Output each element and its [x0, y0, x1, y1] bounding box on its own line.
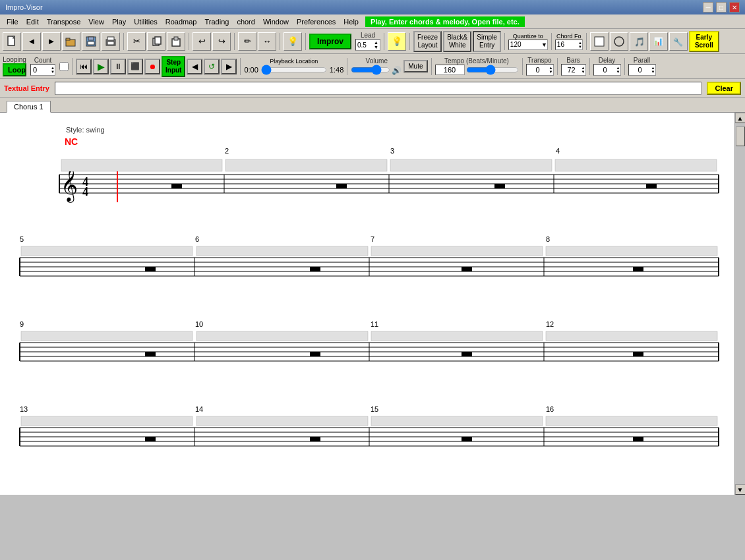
cut-button[interactable]: ✂ [127, 32, 146, 51]
count-down[interactable]: ▼ [51, 70, 55, 74]
svg-rect-4 [88, 37, 94, 40]
tab-chorus1[interactable]: Chorus 1 [7, 101, 51, 113]
menu-utilities[interactable]: Utilities [130, 16, 161, 27]
svg-rect-40 [555, 159, 717, 171]
menu-help[interactable]: Help [340, 16, 363, 27]
svg-rect-58 [546, 246, 717, 256]
se-label2: Entry [477, 42, 497, 49]
menu-preferences[interactable]: Preferences [293, 16, 340, 27]
play-button[interactable]: ▶ [93, 59, 109, 74]
loop-checkbox[interactable] [59, 62, 69, 71]
minimize-button[interactable]: ─ [703, 2, 713, 13]
score-container[interactable]: Style: swing NC 2 3 4 [0, 113, 734, 495]
edit-pencil-button[interactable]: ✏ [238, 32, 256, 51]
arrow-button[interactable]: ↔ [258, 32, 276, 51]
save-button[interactable] [82, 32, 100, 51]
step-input-button[interactable]: Step Input [162, 56, 185, 77]
loop-button[interactable]: Loop [3, 63, 26, 76]
step-loop-button[interactable]: ↺ [204, 59, 220, 74]
menu-play[interactable]: Play [108, 16, 130, 27]
svg-rect-30 [494, 184, 505, 188]
early-scroll-label2: Scroll [693, 42, 715, 49]
next-button[interactable]: ► [42, 32, 61, 51]
print-button[interactable] [102, 32, 120, 51]
titlebar-title: Impro-Visor [5, 3, 43, 11]
sep10 [586, 33, 587, 50]
copy-button[interactable] [147, 32, 165, 51]
black-white-button[interactable]: Black& White [443, 31, 471, 52]
time-start: 0:00 [244, 66, 258, 74]
lightbulb-button[interactable]: 💡 [283, 32, 302, 51]
scroll-up-arrow[interactable]: ▲ [735, 113, 746, 123]
redo-button[interactable]: ↪ [212, 32, 231, 51]
mute-button[interactable]: Mute [403, 60, 427, 72]
close-button[interactable]: ✕ [729, 2, 740, 13]
svg-rect-28 [171, 184, 182, 188]
scroll-down-arrow[interactable]: ▼ [735, 484, 746, 495]
svg-rect-83 [310, 437, 320, 441]
toolbar-btn-b[interactable] [610, 32, 628, 51]
step-back-button[interactable]: ◀ [187, 59, 202, 74]
sep9 [551, 33, 552, 50]
count-value: 0 [31, 66, 51, 74]
bars-down[interactable]: ▼ [581, 70, 585, 74]
playback-slider[interactable] [261, 65, 327, 75]
measure-num-14: 14 [195, 405, 371, 413]
menu-window[interactable]: Window [259, 16, 293, 27]
paste-button[interactable] [167, 32, 185, 51]
rewind-button[interactable]: ⏮ [76, 59, 92, 74]
sep12 [240, 58, 241, 75]
staff-row-4: 13 14 15 16 [13, 405, 721, 457]
pause-button[interactable]: ⏸ [110, 59, 126, 74]
tempo-slider[interactable] [466, 65, 519, 74]
record-button[interactable]: ⏺ [144, 59, 160, 74]
measure-num-9: 9 [20, 320, 195, 328]
delay-down[interactable]: ▼ [616, 70, 620, 74]
parallel-value: 0 [629, 66, 651, 74]
prev-button[interactable]: ◄ [22, 32, 41, 51]
improv-button[interactable]: Improv [309, 34, 351, 49]
new-button[interactable] [3, 32, 21, 51]
toolbar1: ◄ ► ✂ ↩ ↪ ✏ ↔ 💡 Improv Lead 0.5 ▲ ▼ 💡 [0, 29, 745, 54]
quantize-dropdown-icon[interactable]: ▼ [541, 42, 547, 48]
step-fwd-button[interactable]: ▶ [221, 59, 237, 74]
early-scroll-button[interactable]: Early Scroll [689, 31, 719, 52]
toolbar-btn-c[interactable]: 🎵 [630, 32, 648, 51]
parallel-down[interactable]: ▼ [651, 70, 655, 74]
volume-slider[interactable] [351, 65, 390, 74]
menu-chord[interactable]: chord [233, 16, 259, 27]
clear-button[interactable]: Clear [707, 82, 741, 95]
toolbar-btn-e[interactable]: 🔧 [669, 32, 688, 51]
menu-view[interactable]: View [84, 16, 108, 27]
scroll-thumb[interactable] [736, 126, 745, 146]
transpose-down[interactable]: ▼ [549, 70, 553, 74]
lead-up-arrow[interactable]: ▲ [374, 40, 378, 45]
staff-svg-row2 [13, 244, 721, 287]
menu-transpose[interactable]: Transpose [43, 16, 85, 27]
textual-entry-input[interactable] [55, 82, 702, 95]
stop-button[interactable]: ⬛ [127, 59, 143, 74]
menu-trading[interactable]: Trading [200, 16, 233, 27]
svg-point-14 [614, 37, 624, 46]
undo-button[interactable]: ↩ [193, 32, 211, 51]
scroll-track[interactable] [735, 123, 745, 484]
bars-label: Bars [566, 57, 580, 64]
maximize-button[interactable]: □ [716, 2, 727, 13]
toolbar-btn-d[interactable]: 📊 [649, 32, 668, 51]
svg-rect-49 [633, 267, 643, 271]
menu-file[interactable]: File [3, 16, 22, 27]
early-scroll-label1: Early [693, 34, 715, 42]
svg-rect-73 [21, 331, 193, 341]
svg-rect-57 [371, 246, 543, 256]
simple-entry-button[interactable]: Simple Entry [473, 31, 501, 52]
menu-edit[interactable]: Edit [22, 16, 43, 27]
toolbar-btn-a[interactable] [590, 32, 609, 51]
main-area: Style: swing NC 2 3 4 [0, 113, 745, 495]
open-button[interactable] [62, 32, 80, 51]
menu-roadmap[interactable]: Roadmap [162, 16, 201, 27]
svg-rect-65 [310, 352, 320, 356]
lightbulb2-button[interactable]: 💡 [388, 32, 406, 51]
freeze-layout-button[interactable]: Freeze Layout [413, 31, 442, 52]
lead-down-arrow[interactable]: ▼ [374, 45, 378, 49]
chord-fo-down[interactable]: ▼ [578, 45, 582, 49]
